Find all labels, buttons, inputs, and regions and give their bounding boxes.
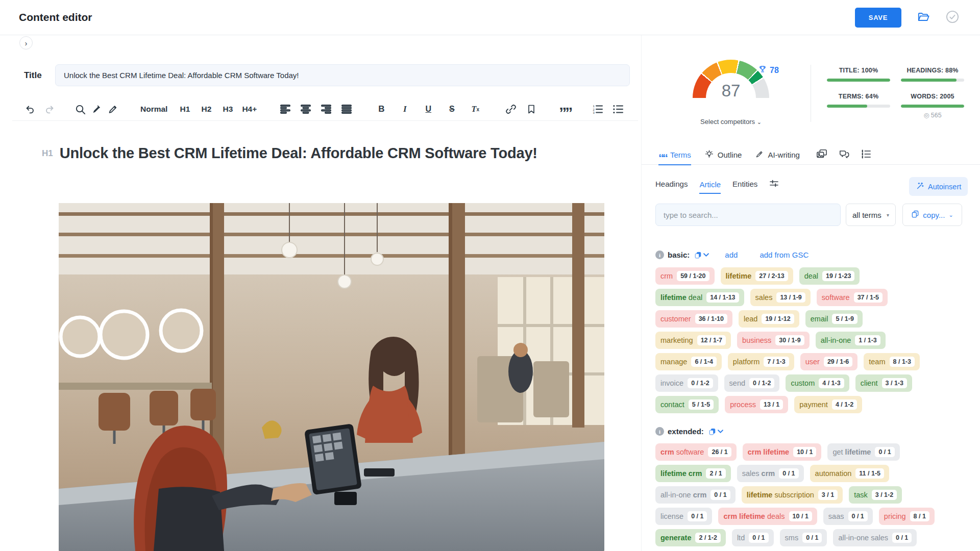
term-chip[interactable]: user29 / 1-6 xyxy=(800,353,858,370)
term-chip[interactable]: contact5 / 1-5 xyxy=(655,396,719,413)
term-chip[interactable]: all-in-one crm0 / 1 xyxy=(655,486,736,504)
term-chip[interactable]: lifetime27 / 2-13 xyxy=(721,267,793,285)
media-gallery-icon[interactable] xyxy=(816,149,827,161)
title-input[interactable] xyxy=(55,64,630,86)
copy-basic-terms-button[interactable] xyxy=(694,251,709,259)
term-chip[interactable]: pricing8 / 1 xyxy=(879,508,935,525)
copy-terms-button[interactable]: copy... ⌄ xyxy=(902,204,962,226)
info-icon[interactable]: i xyxy=(655,427,664,436)
subtab-headings[interactable]: Headings xyxy=(655,180,688,189)
link-icon[interactable] xyxy=(505,101,517,117)
undo-button[interactable] xyxy=(24,101,36,117)
tab-ai-writing[interactable]: AI-writing xyxy=(755,145,800,165)
term-chip[interactable]: business30 / 1-9 xyxy=(737,332,810,349)
term-chip[interactable]: team8 / 1-3 xyxy=(864,353,920,370)
term-chip[interactable]: software37 / 1-5 xyxy=(817,289,888,306)
autoinsert-button[interactable]: Autoinsert xyxy=(909,177,968,196)
filter-sliders-icon[interactable] xyxy=(769,179,779,190)
article-image xyxy=(59,203,604,551)
term-chip[interactable]: customer36 / 1-10 xyxy=(655,310,732,328)
tab-terms[interactable]: ““ Terms xyxy=(658,145,691,165)
term-count-badge: 11 / 1-5 xyxy=(855,468,884,479)
term-chip[interactable]: payment4 / 1-2 xyxy=(794,396,862,413)
collapse-panel-button[interactable]: › xyxy=(19,36,33,49)
term-chip[interactable]: client3 / 1-3 xyxy=(855,374,912,392)
term-chip[interactable]: deal19 / 1-23 xyxy=(799,267,860,285)
term-chip[interactable]: send0 / 1-2 xyxy=(724,374,780,392)
term-chip[interactable]: lifetime deal14 / 1-13 xyxy=(655,289,744,306)
term-chip[interactable]: sms0 / 1 xyxy=(780,529,827,546)
underline-button[interactable]: U xyxy=(422,101,434,117)
strikethrough-button[interactable]: S xyxy=(446,101,458,117)
term-chip[interactable]: crm lifetime10 / 1 xyxy=(743,443,822,461)
highlighter-icon[interactable] xyxy=(90,101,103,117)
term-chip[interactable]: platform7 / 1-3 xyxy=(728,353,794,370)
term-chip[interactable]: get lifetime0 / 1 xyxy=(827,443,899,461)
term-chip[interactable]: all-in-one sales0 / 1 xyxy=(833,529,917,546)
align-justify-icon[interactable] xyxy=(340,101,353,117)
block-format-h4[interactable]: H4+ xyxy=(242,101,257,117)
term-chip[interactable]: task3 / 1-2 xyxy=(849,486,902,504)
term-chip[interactable]: all-in-one1 / 1-3 xyxy=(816,332,886,349)
subtab-article[interactable]: Article xyxy=(699,180,721,194)
bookmark-icon[interactable] xyxy=(525,101,537,117)
clear-formatting-button[interactable]: Tx xyxy=(469,101,481,117)
term-chip[interactable]: automation11 / 1-5 xyxy=(810,465,889,482)
align-center-icon[interactable] xyxy=(300,101,312,117)
term-chip[interactable]: crm software26 / 1 xyxy=(655,443,737,461)
term-chip[interactable]: sales13 / 1-9 xyxy=(750,289,811,306)
term-chip[interactable]: saas0 / 1 xyxy=(823,508,873,525)
add-from-gsc-link[interactable]: add from GSC xyxy=(760,251,808,259)
blockquote-button[interactable]: ”” xyxy=(559,101,571,117)
bold-button[interactable]: B xyxy=(375,101,387,117)
term-chip[interactable]: crm lifetime deals10 / 1 xyxy=(718,508,817,525)
save-button[interactable]: SAVE xyxy=(855,8,901,28)
block-format-h2[interactable]: H2 xyxy=(200,101,212,117)
term-chip[interactable]: lead19 / 1-12 xyxy=(739,310,799,328)
publish-check-button[interactable] xyxy=(945,10,960,26)
copy-extended-terms-button[interactable] xyxy=(708,428,723,436)
info-icon[interactable]: i xyxy=(655,251,664,259)
term-chip[interactable]: custom4 / 1-3 xyxy=(786,374,849,392)
add-term-link[interactable]: add xyxy=(725,251,738,259)
block-format-h3[interactable]: H3 xyxy=(222,101,234,117)
term-chip[interactable]: manage6 / 1-4 xyxy=(655,353,722,370)
content-score-gauge: 87 xyxy=(693,54,769,115)
document-heading[interactable]: Unlock the Best CRM Lifetime Deal: Affor… xyxy=(60,143,585,163)
open-folder-button[interactable] xyxy=(917,10,930,25)
term-count-badge: 19 / 1-23 xyxy=(822,271,854,281)
term-chip[interactable]: process13 / 1 xyxy=(725,396,788,413)
term-count-badge: 19 / 1-12 xyxy=(762,314,794,324)
term-chip[interactable]: email5 / 1-9 xyxy=(805,310,863,328)
term-chip[interactable]: generate2 / 1-2 xyxy=(655,529,726,546)
page-title: Content editor xyxy=(19,11,92,23)
terms-filter-select[interactable]: all terms ▾ xyxy=(846,204,896,226)
document-h1-block[interactable]: H1 Unlock the Best CRM Lifetime Deal: Af… xyxy=(42,143,608,163)
term-chip[interactable]: license0 / 1 xyxy=(655,508,712,525)
tab-outline[interactable]: Outline xyxy=(704,145,742,165)
italic-button[interactable]: I xyxy=(399,101,411,117)
align-left-icon[interactable] xyxy=(279,101,291,117)
term-chip[interactable]: ltd0 / 1 xyxy=(732,529,774,546)
comments-icon[interactable] xyxy=(839,149,850,161)
bullet-list-icon[interactable] xyxy=(612,101,624,117)
terms-search-input[interactable] xyxy=(655,204,841,226)
term-chip[interactable]: invoice0 / 1-2 xyxy=(655,374,718,392)
tab-ai-writing-label: AI-writing xyxy=(768,151,800,159)
term-chip[interactable]: lifetime crm2 / 1 xyxy=(655,465,731,482)
align-right-icon[interactable] xyxy=(320,101,332,117)
pen-icon[interactable] xyxy=(107,101,119,117)
ordered-list-icon[interactable]: 123 xyxy=(592,101,604,117)
term-count-badge: 13 / 1 xyxy=(760,399,783,410)
term-chip[interactable]: sales crm0 / 1 xyxy=(737,465,804,482)
select-competitors-dropdown[interactable]: Select competitors ⌄ xyxy=(687,118,775,126)
term-chip[interactable]: lifetime subscription3 / 1 xyxy=(742,486,843,504)
redo-button[interactable] xyxy=(43,101,56,117)
term-chip[interactable]: marketing12 / 1-7 xyxy=(655,332,731,349)
block-format-normal[interactable]: Normal xyxy=(140,101,167,117)
toc-list-icon[interactable] xyxy=(861,149,871,161)
subtab-entities[interactable]: Entities xyxy=(732,180,757,189)
search-icon[interactable] xyxy=(74,101,86,117)
block-format-h1[interactable]: H1 xyxy=(179,101,191,117)
term-chip[interactable]: crm59 / 1-20 xyxy=(655,267,715,285)
